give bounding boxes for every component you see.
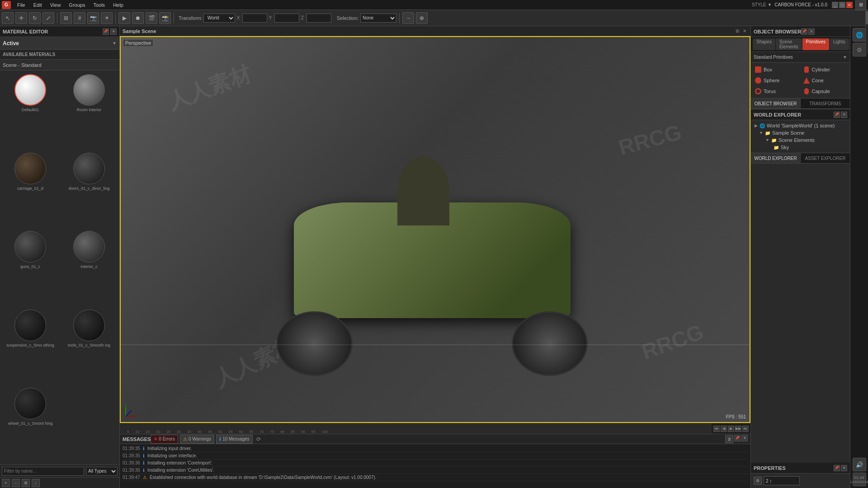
material-item-default01[interactable]: Default01 [2, 72, 59, 149]
cursor-tool-button[interactable]: ⊕ [416, 12, 428, 24]
msg-text-1: Initializing user interface. [147, 453, 197, 458]
panel-close-button[interactable]: ✕ [110, 28, 117, 35]
x-input[interactable] [242, 14, 267, 23]
material-item-tools[interactable]: tools_01_c_Smooth ing [61, 308, 118, 385]
tree-item-sky[interactable]: 📁 Sky [753, 144, 848, 151]
render-button[interactable]: 🎬 [146, 12, 157, 24]
style-label[interactable]: STYLE ▼ [752, 2, 772, 7]
material-item-wheel[interactable]: wheel_01_c_Smoot hing [2, 386, 59, 463]
msg-time-3: 01:39:36 [123, 468, 140, 473]
material-item-carriage[interactable]: carriage_01_d [2, 151, 59, 228]
ob-tab-scene-elements[interactable]: Scene Elements [776, 38, 802, 50]
viewport[interactable]: 人人素材 RRCG 人人素材 RRCG Perspective FPS : 55… [120, 36, 750, 423]
minimize-button[interactable]: _ [832, 2, 838, 8]
material-item-suspension[interactable]: suspension_c_Smo othing [2, 308, 59, 385]
volume-icon[interactable]: 🔊 [853, 458, 866, 471]
tree-item-scene-elements[interactable]: ▼ 📁 Scene Elements [753, 136, 848, 144]
mat-delete-button[interactable]: - [12, 479, 20, 487]
animate-button[interactable]: ⏺ [132, 12, 144, 24]
tl-end-button[interactable]: ⏭ [742, 426, 749, 432]
close-button[interactable]: ✕ [846, 2, 853, 8]
grid-button[interactable]: # [74, 12, 85, 24]
screenshot-button[interactable]: 📸 [159, 12, 171, 24]
tab-world-explorer[interactable]: WORLD EXPLORER [751, 153, 801, 163]
messages-pin-button[interactable]: 📌 [734, 435, 741, 441]
y-input[interactable] [274, 14, 299, 23]
scale-tool-button[interactable]: ⤢ [42, 12, 54, 24]
arrow-tool-button[interactable]: → [402, 12, 414, 24]
primitive-sphere[interactable]: Sphere [753, 75, 800, 85]
material-item-guns[interactable]: guns_01_c [2, 229, 59, 306]
prop-close-button[interactable]: ✕ [841, 465, 847, 471]
timeline-ticks: 5 10 15 20 25 30 35 40 45 50 55 60 65 70… [120, 423, 712, 434]
snap-button[interactable]: ⊞ [60, 12, 72, 24]
viewport-expand-button[interactable]: ⊞ [734, 28, 741, 34]
box-icon [755, 66, 762, 73]
warnings-tab[interactable]: ⚠ 0 Warnings [180, 435, 214, 444]
material-item-doors[interactable]: doors_01_c_dinor_ling [61, 151, 118, 228]
tab-transforms[interactable]: TRANSFORMS [801, 99, 850, 108]
tree-item-sample-scene[interactable]: ▼ 📁 Sample Scene [753, 129, 848, 136]
we-pin-button[interactable]: 📌 [834, 112, 840, 118]
tab-object-browser[interactable]: OBJECT BROWSER [751, 99, 801, 108]
tree-item-world[interactable]: ▶ 🌐 World 'SampleWorld' (1 scene) [753, 122, 848, 129]
ob-tab-primitives[interactable]: Primitives [802, 38, 829, 50]
messages-tab[interactable]: ℹ 10 Messages [216, 435, 252, 444]
refresh-messages-button[interactable]: ⟳ [255, 435, 263, 443]
viewport-close-button[interactable]: ✕ [741, 28, 748, 34]
camera-button[interactable]: 📷 [87, 12, 99, 24]
primitive-torus[interactable]: Torus [753, 86, 800, 96]
we-close-button[interactable]: ✕ [841, 112, 847, 118]
tl-next-button[interactable]: ▶▶ [735, 426, 741, 432]
menu-groups[interactable]: Groups [65, 1, 89, 9]
transform-mode-select[interactable]: World Local [203, 14, 235, 23]
timeline-ruler[interactable]: 5 10 15 20 25 30 35 40 45 50 55 60 65 70… [120, 423, 712, 434]
mat-add-button[interactable]: + [2, 479, 10, 487]
menu-help[interactable]: Help [109, 1, 127, 9]
primitive-cylinder[interactable]: Cylinder [801, 65, 849, 75]
tl-play-button[interactable]: ▶ [728, 426, 734, 432]
primitive-capsule[interactable]: Capsule [801, 86, 849, 96]
clear-messages-button[interactable]: 🗑 [725, 435, 733, 443]
menu-view[interactable]: View [47, 1, 65, 9]
rotate-tool-button[interactable]: ↻ [29, 12, 41, 24]
light-button[interactable]: ☀ [101, 12, 113, 24]
panel-pin-button[interactable]: 📌 [103, 28, 109, 35]
restore-button[interactable]: □ [839, 2, 845, 8]
material-item-interior[interactable]: interior_c [61, 229, 118, 306]
properties-title: PROPERTIES [754, 465, 786, 471]
mat-import-button[interactable]: ↓ [32, 479, 40, 487]
tl-rewind-button[interactable]: ⏮ [713, 426, 720, 432]
menu-edit[interactable]: Edit [30, 1, 46, 9]
ob-close-button[interactable]: ✕ [808, 28, 815, 35]
ob-pin-button[interactable]: 📌 [801, 28, 807, 35]
select-tool-button[interactable]: ↖ [2, 12, 14, 24]
filter-input[interactable] [2, 467, 84, 476]
chrome-icon[interactable]: 🌐 [853, 28, 866, 42]
primitives-dropdown-icon[interactable]: ▼ [843, 55, 847, 60]
menu-file[interactable]: File [14, 1, 29, 9]
gear-icon[interactable]: ⚙ [853, 43, 866, 56]
messages-scrollbar[interactable] [865, 10, 868, 54]
filter-type-select[interactable]: All Types [86, 467, 118, 476]
z-input[interactable] [307, 14, 331, 23]
menu-tools[interactable]: Tools [90, 1, 108, 9]
prop-value-input[interactable] [764, 476, 800, 485]
mat-settings-button[interactable]: ⚙ [22, 479, 30, 487]
filter-bar: All Types [0, 465, 119, 477]
tl-prev-button[interactable]: ◀ [721, 426, 727, 432]
active-tab[interactable]: Active ▼ [0, 37, 119, 50]
primitive-box[interactable]: Box [753, 65, 800, 75]
prop-pin-button[interactable]: 📌 [834, 465, 840, 471]
primitive-cone[interactable]: Cone [801, 75, 849, 85]
material-item-room-interior[interactable]: Room Interior [61, 72, 118, 149]
play-button[interactable]: ▶ [118, 12, 130, 24]
selection-group: Selection: None [337, 14, 396, 23]
selection-select[interactable]: None [360, 14, 396, 23]
move-tool-button[interactable]: ✛ [15, 12, 27, 24]
ob-tab-lights[interactable]: Lights [830, 38, 849, 50]
tab-asset-explorer[interactable]: ASSET EXPLORER [801, 153, 850, 163]
ob-tab-shapes[interactable]: Shapes [753, 38, 775, 50]
errors-tab[interactable]: ✕ 0 Errors [151, 435, 178, 444]
messages-close-button[interactable]: ✕ [741, 435, 748, 441]
